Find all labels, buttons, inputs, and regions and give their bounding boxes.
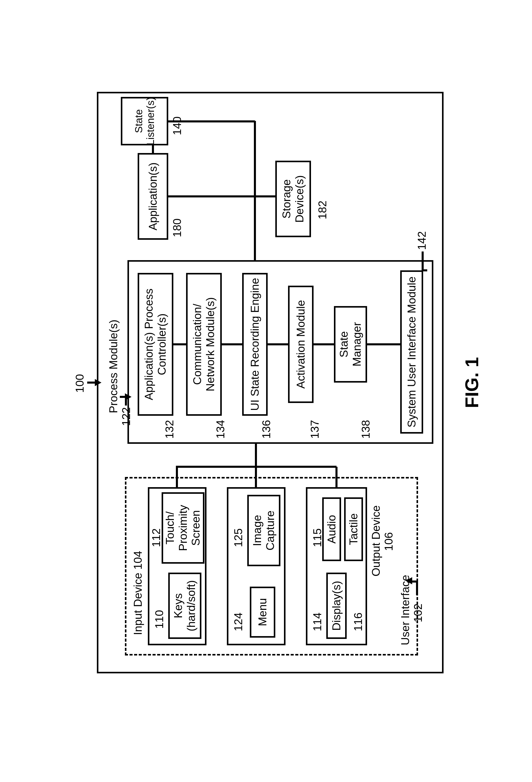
process-modules-label: Process Module(s) <box>107 320 120 413</box>
process-modules-box <box>127 260 433 444</box>
ref-menu: 124 <box>232 613 245 631</box>
ui-engine-box: UI State Recording Engine <box>242 273 268 416</box>
ref-process-modules: 122 <box>120 407 133 426</box>
ref-keys: 110 <box>153 610 166 629</box>
user-interface-label: User Interface <box>399 575 412 645</box>
ref-sys-ui: 142 <box>416 231 428 250</box>
ref-touch: 112 <box>150 529 163 547</box>
ref-app-proc: 132 <box>163 420 176 439</box>
diagram-canvas: 100 User Interface 102 Input Device 104 … <box>71 76 489 689</box>
ref-applications: 180 <box>171 219 184 237</box>
image-capture-box: ImageCapture <box>247 495 280 566</box>
ref-user-interface: 102 <box>412 604 425 622</box>
output-device-label: Output Device <box>370 505 383 576</box>
ref-activation: 137 <box>308 420 321 439</box>
ref-system: 100 <box>73 374 86 393</box>
tactile-box: Tactile <box>344 497 363 561</box>
ref-displays: 114 <box>311 613 324 631</box>
touch-box: Touch/ProximityScreen <box>162 492 204 564</box>
input-device-label: Input Device 104 <box>131 551 145 635</box>
activation-box: Activation Module <box>288 286 313 403</box>
state-listener-box: State Listener(s) <box>121 97 168 145</box>
figure-label: FIG. 1 <box>461 357 482 408</box>
menu-box: Menu <box>250 586 275 638</box>
ref-output-device: 106 <box>382 532 395 551</box>
ref-image-capture: 125 <box>232 529 245 547</box>
ref-audio: 115 <box>311 529 324 547</box>
comm-box: Communication/Network Module(s) <box>186 273 222 416</box>
displays-box: Display(s) <box>326 573 347 639</box>
ref-state-mgr: 138 <box>359 420 372 439</box>
ref-comm: 134 <box>214 420 227 439</box>
ref-ui-engine: 136 <box>260 420 273 439</box>
app-proc-box: Application(s) ProcessController(s) <box>138 273 173 416</box>
ref-tactile: 116 <box>352 613 365 631</box>
state-mgr-box: StateManager <box>334 306 367 383</box>
audio-box: Audio <box>322 497 341 561</box>
ref-storage: 182 <box>316 201 329 219</box>
keys-box: Keys(hard/soft) <box>168 573 201 639</box>
applications-box: Application(s) <box>138 153 168 240</box>
storage-box: StorageDevice(s) <box>275 161 311 237</box>
ref-state-listener: 140 <box>171 116 184 135</box>
sys-ui-box: System User Interface Module <box>400 270 423 434</box>
